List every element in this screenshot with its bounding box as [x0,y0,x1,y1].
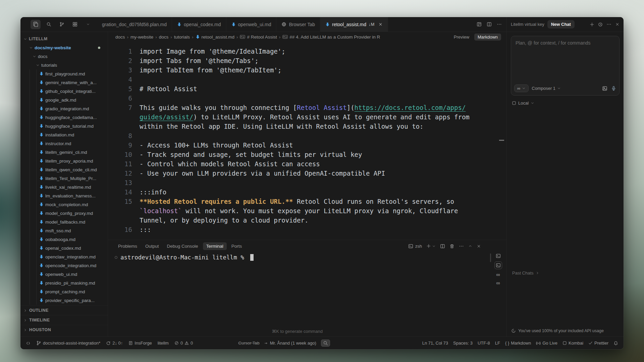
file-item[interactable]: litellm_qwen_code_cli.md [20,165,108,174]
file-item[interactable]: provider_specific_para... [20,296,108,305]
chat-more-icon[interactable] [606,22,611,27]
encoding-status[interactable]: UTF-8 [478,341,490,346]
sidebar-section-outline[interactable]: OUTLINE [20,305,108,315]
insforge-status[interactable]: InsForge [128,341,152,346]
file-item[interactable]: gemini_realtime_with_a... [20,78,108,87]
sidebar-folder-docs[interactable]: docs [20,52,108,61]
breadcrumb[interactable]: docs›my-website›docs›tutorials›retool_as… [108,32,506,42]
chat-tab-litellm-virtual-key[interactable]: Litellm virtual key [511,22,544,27]
sidebar-folder-my-website[interactable]: docs/my-website [20,43,108,52]
prettier-status[interactable]: Prettier [588,341,608,346]
markdown-toggle[interactable]: Markdown [474,34,501,41]
file-item[interactable]: msft_sso.md [20,226,108,235]
split-editor-icon[interactable] [487,22,492,27]
sidebar-section-houston[interactable]: HOUSTON [20,325,108,335]
problems-status[interactable]: 0 0 [174,341,193,346]
git-blame-status[interactable]: Mr. Ånand (1 week ago) [264,341,316,346]
breadcrumb-item[interactable]: docs [115,35,125,40]
editor-tab[interactable]: openai_codex.md [172,17,226,32]
indentation-status[interactable]: Spaces: 3 [453,341,473,346]
file-item[interactable]: opencode_integration.md [20,261,108,270]
agent-terminal-icon[interactable]: ∞ [496,281,500,286]
composer-selector[interactable]: Composer 1 [532,86,561,91]
file-item[interactable]: litellm_proxy_aporia.md [20,157,108,165]
file-item[interactable]: installation.md [20,130,108,139]
sidebar-root-litellm[interactable]: LITELLM [20,35,108,43]
file-item[interactable]: model_fallbacks.md [20,218,108,226]
go-live-button[interactable]: Go Live [536,341,557,346]
file-item[interactable]: openweb_ui.md [20,270,108,279]
past-chats-link[interactable]: Past Chats [512,270,539,276]
chat-tab-new-chat[interactable]: New Chat [547,20,575,28]
language-status[interactable]: { }Markdown [505,341,531,346]
kill-terminal-icon[interactable] [449,244,454,249]
breadcrumb-item[interactable]: retool_assist.md [196,35,234,40]
breadcrumb-item[interactable]: my-website [130,35,153,40]
editor-tab[interactable]: openweb_ui.md [226,17,277,32]
maximize-panel-icon[interactable] [468,244,472,248]
new-chat-plus-icon[interactable] [590,22,594,27]
panel-tab-problems[interactable]: Problems [115,242,141,250]
more-actions-icon[interactable] [497,22,502,27]
chat-history-icon[interactable] [598,22,603,27]
breadcrumb-item[interactable]: # Retool Assist [240,35,277,40]
file-item[interactable]: github_copilot_integrati... [20,87,108,96]
file-item[interactable]: litellm_gemini_cli.md [20,148,108,157]
cursor-tab-status[interactable]: Cursor Tab [238,341,259,346]
editor-tab[interactable]: gration_doc_d075fd58.plan.md [97,17,172,32]
new-terminal-icon[interactable] [426,244,431,248]
file-item[interactable]: litellm_Test_Multiple_Pr... [20,174,108,183]
file-item[interactable]: oobabooga.md [20,235,108,244]
open-changes-icon[interactable] [477,22,482,27]
panel-more-icon[interactable] [459,244,464,249]
editor-tab[interactable]: Browser Tab [276,17,320,32]
file-item[interactable]: instructor.md [20,139,108,148]
editor-tab[interactable]: retool_assist.md↓M [320,17,388,32]
sidebar-folder-tutorials[interactable]: tutorials [20,61,108,69]
file-item[interactable]: model_config_proxy.md [20,209,108,218]
file-item[interactable]: huggingface_codellama... [20,113,108,122]
file-item[interactable]: openai_codex.md [20,244,108,252]
panel-tab-terminal[interactable]: Terminal [203,242,227,250]
breadcrumb-item[interactable]: ## 4. Add LiteLLM as a Custom Provider i… [282,35,380,40]
panel-tab-ports[interactable]: Ports [228,242,246,250]
search-button[interactable] [44,20,54,29]
explorer-button[interactable] [31,20,41,29]
git-branch-status[interactable]: docs/retool-assist-integration* [36,341,100,346]
chat-input-box[interactable]: Plan, @ for context, / for commands ∞ Co… [511,36,620,96]
terminal-output[interactable]: astrodevil@Astro-Mac-mini litellm % ⌘K t… [108,252,506,337]
breadcrumb-item[interactable]: tutorials [174,35,190,40]
terminal-scrollbar[interactable] [490,253,491,262]
breadcrumb-item[interactable]: docs [159,35,169,40]
terminal-instance-icon-active[interactable] [494,261,502,269]
attach-image-icon[interactable] [602,86,607,91]
notifications-button[interactable] [613,341,618,346]
sidebar-section-timeline[interactable]: TIMELINE [20,315,108,325]
file-item[interactable]: openclaw_integration.md [20,252,108,261]
kombai-button[interactable]: Kombai [562,341,583,346]
code-editor[interactable]: 1import Image from '@theme/IdealImage';2… [108,42,506,240]
preview-toggle[interactable]: Preview [451,34,472,41]
local-selector[interactable]: Local [511,101,620,106]
close-panel-icon[interactable] [477,244,481,248]
split-terminal-icon[interactable] [440,244,445,249]
file-item[interactable]: huggingface_tutorial.md [20,122,108,130]
terminal-instance-icon[interactable] [496,253,501,258]
file-item[interactable]: gradio_integration.md [20,104,108,113]
git-sync-status[interactable]: 2↓ 0↑ [106,341,123,346]
panel-tab-debug-console[interactable]: Debug Console [164,242,202,250]
file-item[interactable]: mock_completion.md [20,200,108,209]
file-item[interactable]: presidio_pii_masking.md [20,279,108,287]
file-item[interactable]: first_playground.md [20,69,108,78]
microphone-icon[interactable] [611,86,616,91]
file-item[interactable]: lm_evaluation_harness... [20,191,108,200]
file-item[interactable]: google_adk.md [20,96,108,104]
terminal-profile-chevron-icon[interactable] [432,244,436,248]
eol-status[interactable]: LF [495,341,500,346]
chat-close-icon[interactable] [615,22,620,26]
source-control-button[interactable] [57,20,67,29]
search-status-button[interactable] [321,340,330,347]
terminal-instance-zsh[interactable]: zsh [408,244,422,249]
panel-tab-output[interactable]: Output [142,242,162,250]
layout-menu-button[interactable] [83,20,93,29]
